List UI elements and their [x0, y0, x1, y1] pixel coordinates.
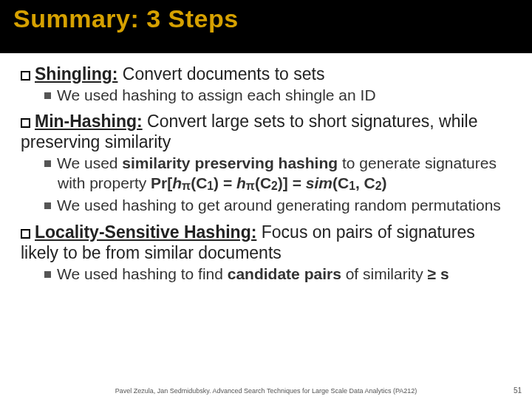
square-bullet-icon	[44, 271, 51, 278]
page-number: 51	[514, 386, 522, 395]
square-bullet-icon	[44, 92, 51, 99]
sub-text: We used hashing to assign each shingle a…	[57, 86, 376, 103]
title-bar: Summary: 3 Steps	[0, 0, 532, 53]
content-area: Shingling: Convert documents to sets We …	[0, 53, 532, 284]
slide: Summary: 3 Steps Shingling: Convert docu…	[0, 0, 532, 399]
bullet-box-icon	[21, 118, 30, 128]
step-1-term: Shingling:	[35, 64, 117, 83]
sub-text: We used hashing to get around generating…	[57, 197, 501, 214]
footer-text: Pavel Zezula, Jan Sedmidubsky. Advanced …	[0, 387, 532, 395]
step-1: Shingling: Convert documents to sets	[21, 64, 517, 84]
list-item: We used similarity preserving hashing to…	[44, 154, 517, 193]
bullet-box-icon	[21, 229, 30, 239]
sub-text: We used hashing to find candidate pairs …	[57, 265, 449, 282]
bullet-box-icon	[21, 71, 30, 81]
square-bullet-icon	[44, 202, 51, 209]
step-1-subs: We used hashing to assign each shingle a…	[44, 86, 517, 105]
step-3-subs: We used hashing to find candidate pairs …	[44, 265, 517, 284]
step-2: Min-Hashing: Convert large sets to short…	[21, 111, 517, 152]
list-item: We used hashing to find candidate pairs …	[44, 265, 517, 284]
step-3: Locality-Sensitive Hashing: Focus on pai…	[21, 222, 517, 263]
step-2-subs: We used similarity preserving hashing to…	[44, 154, 517, 215]
step-2-term: Min-Hashing:	[35, 112, 143, 131]
sub-text: We used similarity preserving hashing to…	[57, 154, 497, 191]
list-item: We used hashing to get around generating…	[44, 196, 517, 215]
step-3-term: Locality-Sensitive Hashing:	[35, 222, 256, 242]
list-item: We used hashing to assign each shingle a…	[44, 86, 517, 105]
slide-title: Summary: 3 Steps	[13, 4, 519, 33]
square-bullet-icon	[44, 160, 51, 167]
step-1-desc: Convert documents to sets	[117, 64, 324, 83]
